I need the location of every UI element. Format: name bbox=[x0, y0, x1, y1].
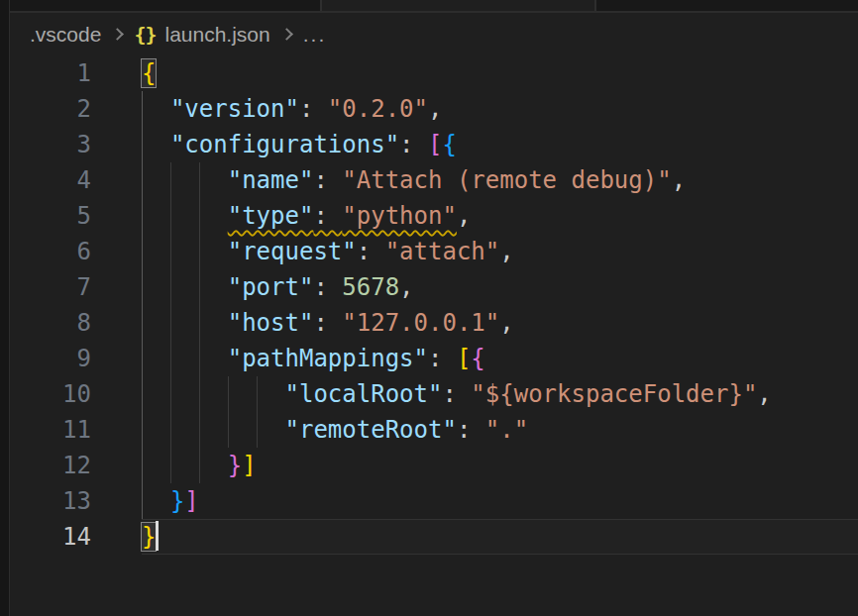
line-content[interactable]: }] bbox=[142, 448, 858, 483]
token-key: "version" bbox=[170, 95, 299, 123]
indent-guide bbox=[142, 305, 143, 341]
tab-bar-strip bbox=[10, 0, 858, 13]
line-number[interactable]: 1 bbox=[10, 55, 91, 91]
indent-guide bbox=[142, 269, 143, 305]
line-content[interactable]: "pathMappings": [{ bbox=[142, 341, 858, 376]
code-lines: 1{2 "version": "0.2.0",3 "configurations… bbox=[10, 55, 858, 555]
token-key: "port" bbox=[228, 273, 314, 301]
token-b2: [ bbox=[428, 131, 442, 158]
code-text: } bbox=[142, 523, 159, 551]
code-line[interactable]: 2 "version": "0.2.0", bbox=[10, 91, 858, 127]
line-content[interactable]: { bbox=[142, 55, 858, 91]
line-content[interactable]: } bbox=[142, 519, 858, 555]
line-content[interactable]: "port": 5678, bbox=[142, 269, 858, 305]
tab-bar-empty-space bbox=[596, 0, 858, 11]
json-braces-icon: {} bbox=[134, 23, 156, 47]
line-number[interactable]: 13 bbox=[10, 483, 91, 519]
indent-guide bbox=[170, 448, 171, 483]
inactive-tab-segment[interactable] bbox=[10, 0, 320, 11]
code-text: { bbox=[142, 59, 156, 87]
code-line[interactable]: 3 "configurations": [{ bbox=[10, 127, 858, 162]
code-text: }] bbox=[142, 487, 199, 515]
token-str: "attach" bbox=[385, 238, 500, 265]
code-text: "pathMappings": [{ bbox=[142, 345, 485, 372]
code-line[interactable]: 14} bbox=[10, 519, 858, 555]
line-number[interactable]: 8 bbox=[10, 305, 91, 341]
line-number[interactable]: 14 bbox=[10, 519, 91, 555]
line-number[interactable]: 6 bbox=[10, 234, 91, 269]
indent-guide bbox=[199, 448, 200, 483]
token-punct: : bbox=[399, 131, 428, 158]
code-line[interactable]: 6 "request": "attach", bbox=[10, 234, 858, 269]
indent-guide bbox=[228, 376, 229, 412]
breadcrumb-symbol-ellipsis[interactable]: ... bbox=[303, 23, 327, 47]
line-number[interactable]: 9 bbox=[10, 341, 91, 376]
line-content[interactable]: "configurations": [{ bbox=[142, 127, 858, 162]
indent-guide bbox=[228, 412, 229, 448]
indent-guide bbox=[257, 376, 258, 412]
code-line[interactable]: 4 "name": "Attach (remote debug)", bbox=[10, 162, 858, 198]
indent-guide bbox=[199, 162, 200, 198]
token-str: "127.0.0.1" bbox=[342, 309, 499, 337]
code-line[interactable]: 12 }] bbox=[10, 448, 858, 483]
token-str: "${workspaceFolder}" bbox=[471, 380, 757, 408]
token-key: "type" bbox=[228, 202, 314, 230]
active-tab-segment[interactable] bbox=[320, 0, 596, 11]
token-punct: , bbox=[457, 202, 471, 230]
token-punct: : bbox=[457, 416, 485, 444]
token-b2: } bbox=[228, 452, 242, 479]
indent-guide bbox=[170, 162, 171, 198]
text-cursor bbox=[156, 521, 159, 551]
code-line[interactable]: 13 }] bbox=[10, 483, 858, 519]
breadcrumb-file[interactable]: launch.json bbox=[164, 23, 269, 47]
code-line[interactable]: 11 "remoteRoot": "." bbox=[10, 412, 858, 448]
line-content[interactable]: "remoteRoot": "." bbox=[142, 412, 858, 448]
line-content[interactable]: "version": "0.2.0", bbox=[142, 91, 858, 127]
token-b1: ] bbox=[242, 452, 256, 479]
token-punct: : bbox=[313, 202, 342, 230]
token-punct: : bbox=[299, 95, 328, 123]
code-line[interactable]: 5 "type": "python", bbox=[10, 198, 858, 234]
indent-guide bbox=[199, 376, 200, 412]
token-punct: , bbox=[399, 273, 413, 301]
code-line[interactable]: 10 "localRoot": "${workspaceFolder}", bbox=[10, 376, 858, 412]
line-number[interactable]: 2 bbox=[10, 91, 91, 127]
code-line[interactable]: 1{ bbox=[10, 55, 858, 91]
token-key: "request" bbox=[228, 238, 357, 265]
code-editor[interactable]: 1{2 "version": "0.2.0",3 "configurations… bbox=[10, 55, 858, 616]
token-punct: , bbox=[672, 166, 686, 194]
line-content[interactable]: "localRoot": "${workspaceFolder}", bbox=[142, 376, 858, 412]
editor-left-rail bbox=[0, 0, 10, 616]
code-text: "type": "python", bbox=[142, 202, 471, 230]
indent-guide bbox=[142, 198, 143, 234]
code-line[interactable]: 7 "port": 5678, bbox=[10, 269, 858, 305]
line-content[interactable]: "name": "Attach (remote debug)", bbox=[142, 162, 858, 198]
token-key: "configurations" bbox=[170, 131, 399, 158]
line-number[interactable]: 11 bbox=[10, 412, 91, 448]
indent-guide bbox=[142, 91, 143, 127]
chevron-right-icon bbox=[112, 28, 125, 41]
line-number[interactable]: 10 bbox=[10, 376, 91, 412]
code-line[interactable]: 9 "pathMappings": [{ bbox=[10, 341, 858, 376]
line-number[interactable]: 3 bbox=[10, 127, 91, 162]
token-punct: : bbox=[428, 345, 457, 372]
indent-guide bbox=[199, 412, 200, 448]
code-text: "version": "0.2.0", bbox=[142, 95, 442, 123]
code-text: "host": "127.0.0.1", bbox=[142, 309, 514, 337]
code-text: "name": "Attach (remote debug)", bbox=[142, 166, 686, 194]
code-line[interactable]: 8 "host": "127.0.0.1", bbox=[10, 305, 858, 341]
line-number[interactable]: 7 bbox=[10, 269, 91, 305]
chevron-right-icon bbox=[280, 28, 293, 41]
indent-guide bbox=[142, 234, 143, 269]
token-punct: , bbox=[428, 95, 442, 123]
line-number[interactable]: 12 bbox=[10, 448, 91, 483]
line-content[interactable]: "host": "127.0.0.1", bbox=[142, 305, 858, 341]
line-content[interactable]: }] bbox=[142, 483, 858, 519]
token-str: "0.2.0" bbox=[328, 95, 428, 123]
line-content[interactable]: "request": "attach", bbox=[142, 234, 858, 269]
line-number[interactable]: 4 bbox=[10, 162, 91, 198]
line-content[interactable]: "type": "python", bbox=[142, 198, 858, 234]
breadcrumb-folder[interactable]: .vscode bbox=[30, 23, 101, 47]
indent-guide bbox=[142, 448, 143, 483]
line-number[interactable]: 5 bbox=[10, 198, 91, 234]
